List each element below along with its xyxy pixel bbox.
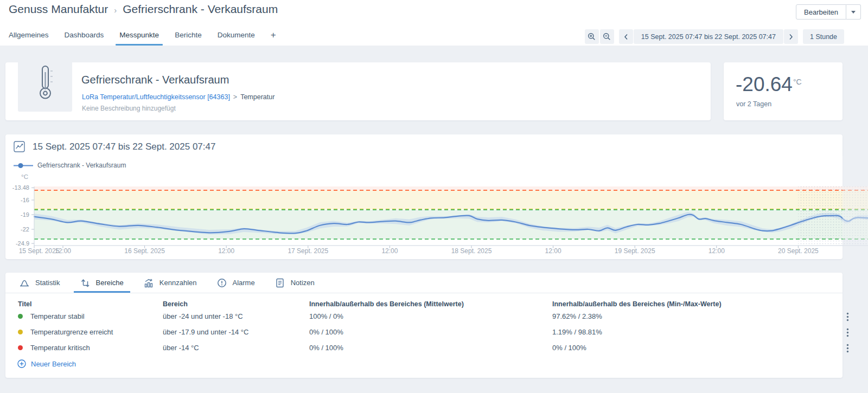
svg-text:16 Sept. 2025: 16 Sept. 2025 <box>124 247 165 255</box>
edit-dropdown-button[interactable] <box>846 4 861 20</box>
section-tab-label: Alarme <box>233 279 255 287</box>
svg-text:12:00: 12:00 <box>55 247 71 255</box>
range-avg-values: 0% / 100% <box>309 340 343 356</box>
zoom-in-icon <box>588 33 596 41</box>
current-value-card: -20.64 °C vor 2 Tagen <box>724 62 843 120</box>
tab-dashboards[interactable]: Dashboards <box>65 31 104 46</box>
svg-text:-19: -19 <box>21 211 29 218</box>
time-toolbar: 15 Sept. 2025 07:47 bis 22 Sept. 2025 07… <box>585 29 844 44</box>
svg-text:°C: °C <box>21 173 28 180</box>
range-definition: über -24 und unter -18 °C <box>163 308 243 324</box>
range-color-dot <box>18 314 23 319</box>
tab-dokumente[interactable]: Dokumente <box>218 31 255 46</box>
svg-text:-13.48: -13.48 <box>12 184 29 191</box>
section-tab-label: Notizen <box>291 279 315 287</box>
chevron-left-icon <box>624 34 628 40</box>
section-tab-notizen[interactable]: Notizen <box>269 273 321 293</box>
sensor-source-link[interactable]: LoRa Temperatur/Luftfeuchtigkeitssensor … <box>82 93 230 101</box>
zoom-in-button[interactable] <box>585 29 599 44</box>
section-tab-label: Kennzahlen <box>159 279 197 287</box>
page: Genuss Manufaktur › Gefrierschrank - Ver… <box>0 0 868 393</box>
temperature-chart[interactable]: -13.48-16-19-22-24.9°C15 Sept. 202512:00… <box>5 134 868 259</box>
sensor-description: Keine Beschreibung hinzugefügt <box>82 105 176 112</box>
section-tab-bereiche[interactable]: Bereiche <box>74 273 130 293</box>
range-definition: über -14 °C <box>163 340 199 356</box>
range-minmax-values: 97.62% / 2.38% <box>552 308 602 324</box>
table-row[interactable]: Temperatur stabilüber -24 und unter -18 … <box>5 308 843 324</box>
new-range-label: Neuer Bereich <box>31 360 76 368</box>
interval-chip[interactable]: 1 Stunde <box>803 29 844 44</box>
row-menu-button[interactable] <box>843 327 852 337</box>
svg-text:-16: -16 <box>21 197 29 203</box>
tab-messpunkte[interactable]: Messpunkte <box>119 31 159 46</box>
next-period-button[interactable] <box>784 29 798 44</box>
section-tab-statistik[interactable]: Statistik <box>13 273 67 293</box>
breadcrumb-separator-icon: › <box>114 5 117 15</box>
tab-allgemeines[interactable]: Allgemeines <box>9 31 49 46</box>
kebab-icon <box>846 328 849 337</box>
row-menu-button[interactable] <box>843 312 852 321</box>
value-timestamp: vor 2 Tagen <box>736 100 771 108</box>
ranges-table-header: Titel Bereich Innerhalb/außerhalb des Be… <box>5 297 843 310</box>
zoom-out-button[interactable] <box>600 29 614 44</box>
range-avg-values: 0% / 100% <box>309 324 343 340</box>
prev-period-button[interactable] <box>619 29 633 44</box>
svg-text:12:00: 12:00 <box>218 247 234 255</box>
svg-text:17 Sept. 2025: 17 Sept. 2025 <box>288 247 328 255</box>
table-row[interactable]: Temperatur kritischüber -14 °C0% / 100%0… <box>5 340 843 356</box>
thermometer-icon <box>32 64 58 102</box>
section-tab-kennzahlen[interactable]: Kennzahlen <box>137 273 203 293</box>
row-menu-button[interactable] <box>843 343 852 353</box>
plus-circle-icon <box>17 359 26 368</box>
sensor-source-row: LoRa Temperatur/Luftfeuchtigkeitssensor … <box>82 93 275 101</box>
date-range-chip[interactable]: 15 Sept. 2025 07:47 bis 22 Sept. 2025 07… <box>634 29 783 44</box>
kebab-icon <box>846 312 849 321</box>
thermometer-tile <box>18 54 72 112</box>
add-tab-button[interactable]: + <box>271 30 276 46</box>
section-tab-label: Bereiche <box>96 279 124 287</box>
range-definition: über -17.9 und unter -14 °C <box>163 324 248 340</box>
svg-text:18 Sept. 2025: 18 Sept. 2025 <box>451 247 492 255</box>
svg-text:15 Sept. 2025: 15 Sept. 2025 <box>19 247 60 255</box>
range-title: Temperaturgrenze erreicht <box>30 324 113 340</box>
range-minmax-values: 0% / 100% <box>552 340 586 356</box>
svg-text:20 Sept. 2025: 20 Sept. 2025 <box>778 247 819 255</box>
range-color-dot <box>18 330 23 334</box>
tab-bar: AllgemeinesDashboardsMesspunkteBerichteD… <box>9 30 276 46</box>
alarm-icon <box>217 278 227 288</box>
notes-icon <box>275 278 285 288</box>
sensor-title: Gefrierschrank - Verkaufsraum <box>81 74 229 86</box>
svg-text:-22: -22 <box>21 226 29 233</box>
chart-card: 15 Sept. 2025 07:47 bis 22 Sept. 2025 07… <box>5 134 843 259</box>
svg-text:12:00: 12:00 <box>381 247 398 255</box>
distribution-icon <box>20 278 29 288</box>
section-tab-label: Statistik <box>35 279 60 287</box>
new-range-button[interactable]: Neuer Bereich <box>17 359 76 368</box>
chevron-right-icon <box>789 34 793 40</box>
header: Genuss Manufaktur › Gefrierschrank - Ver… <box>0 0 868 46</box>
range-avg-values: 100% / 0% <box>309 308 343 324</box>
range-icon <box>80 278 90 288</box>
ranges-card: StatistikBereicheKennzahlenAlarmeNotizen… <box>5 273 843 378</box>
edit-button-group: Bearbeiten <box>796 4 861 20</box>
range-color-dot <box>18 345 23 350</box>
tab-berichte[interactable]: Berichte <box>175 31 202 46</box>
sensor-source-field: Temperatur <box>240 93 275 101</box>
breadcrumb-root[interactable]: Genuss Manufaktur <box>9 3 108 16</box>
svg-text:-24.9: -24.9 <box>16 240 29 247</box>
sensor-source-separator: > <box>233 93 237 101</box>
svg-text:19 Sept. 2025: 19 Sept. 2025 <box>615 247 655 255</box>
section-tab-alarme[interactable]: Alarme <box>210 273 261 293</box>
kpi-icon <box>144 278 154 288</box>
range-title: Temperatur stabil <box>30 308 85 324</box>
ranges-table: Temperatur stabilüber -24 und unter -18 … <box>5 308 843 356</box>
range-title: Temperatur kritisch <box>30 340 90 356</box>
sensor-card: Gefrierschrank - Verkaufsraum LoRa Tempe… <box>5 62 711 120</box>
table-row[interactable]: Temperaturgrenze erreichtüber -17.9 und … <box>5 324 843 340</box>
edit-button[interactable]: Bearbeiten <box>796 4 846 20</box>
kebab-icon <box>846 344 849 353</box>
section-tab-bar: StatistikBereicheKennzahlenAlarmeNotizen <box>13 273 321 293</box>
zoom-out-icon <box>603 33 611 41</box>
value-unit: °C <box>793 78 802 86</box>
range-minmax-values: 1.19% / 98.81% <box>552 324 602 340</box>
